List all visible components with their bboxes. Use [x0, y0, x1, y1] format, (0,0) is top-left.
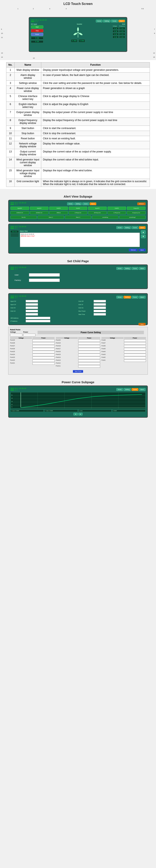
- user-input[interactable]: [29, 273, 60, 277]
- settings-nav-setting[interactable]: Setting: [124, 296, 131, 299]
- settings-nav-alarm[interactable]: Alarm: [139, 296, 146, 299]
- power-curve-nav-curve[interactable]: Curve: [132, 388, 138, 391]
- alert-nav-home[interactable]: Home: [67, 203, 74, 205]
- pc-nav-next[interactable]: ►: [79, 413, 83, 415]
- alert-btn-inputuv[interactable]: InputUV: [30, 207, 49, 210]
- set-child-nav-curve[interactable]: Curve: [132, 267, 138, 270]
- pcs-point-input-point7[interactable]: [124, 342, 146, 345]
- save-button[interactable]: Save: [138, 323, 146, 326]
- lcd-nav-buttons[interactable]: Home Setting Curve Alarm: [96, 20, 125, 22]
- rated-voltage-input[interactable]: [10, 334, 22, 336]
- alert-btn-alarm3[interactable]: Alarm 3: [65, 216, 91, 219]
- alert-detail-nav-curve[interactable]: Curve: [132, 226, 138, 229]
- alert-btn-inputoc[interactable]: InputOC: [88, 207, 107, 210]
- alert-detail-nav-alarm[interactable]: Alarm: [139, 226, 146, 229]
- reset-button[interactable]: Reset: [31, 33, 43, 36]
- grid-ov-input[interactable]: [26, 307, 38, 309]
- alert-detail-nav-buttons[interactable]: Home Setting Curve Alarm: [116, 226, 146, 229]
- alert-btn-dcbusuv[interactable]: DCBUS UV: [30, 211, 49, 214]
- arrow-down-btn[interactable]: ▼: [141, 235, 146, 238]
- pcs-point-input-point27[interactable]: [32, 345, 54, 347]
- alert-btn-aphaseerr[interactable]: A-Phase Err: [69, 211, 88, 214]
- refresh-button[interactable]: Refresh: [129, 249, 138, 251]
- pcs-point-input-point23[interactable]: [32, 356, 54, 359]
- pc-nav-prev[interactable]: ◄: [73, 413, 78, 415]
- rated-power-input[interactable]: [23, 334, 35, 336]
- nav-setting[interactable]: Setting: [103, 20, 111, 22]
- set-child-nav-buttons[interactable]: Home Setting Curve Alarm: [116, 267, 146, 270]
- set-child-nav-alarm[interactable]: Alarm: [139, 267, 146, 270]
- 485-addr-input[interactable]: [26, 317, 50, 319]
- pcs-point-input-point24[interactable]: [32, 354, 54, 356]
- power-curve-nav-buttons[interactable]: Home Setting Curve Alarm: [116, 388, 146, 391]
- alert-nav-alarm[interactable]: Alarm: [90, 203, 96, 205]
- input-uv-input[interactable]: [26, 303, 38, 306]
- alert-btn-inputov[interactable]: InputOV: [10, 207, 29, 210]
- alert-btn-outputoc[interactable]: OutputOC: [127, 207, 146, 210]
- settings-nav-curve[interactable]: Curve: [132, 296, 138, 299]
- pcs-point-input-point16[interactable]: [78, 351, 100, 353]
- start-button[interactable]: Start: [31, 25, 43, 29]
- alert-nav-curve[interactable]: Curve: [82, 203, 89, 205]
- stop-button[interactable]: Stop: [31, 29, 43, 32]
- pcs-point-input-point13[interactable]: [78, 360, 100, 362]
- factory-input[interactable]: [29, 279, 60, 282]
- set-child-nav-setting[interactable]: Setting: [124, 267, 131, 270]
- alert-btn-griduv[interactable]: GridUV: [69, 207, 88, 210]
- pcs-point-input-point3[interactable]: [124, 354, 146, 356]
- alert-btn-fanerr[interactable]: Fan Err: [10, 216, 37, 219]
- alert-btn-something2[interactable]: something2: [119, 216, 146, 219]
- pcs-point-input-point18[interactable]: [78, 345, 100, 347]
- alert-btn-gridoc[interactable]: GridOC: [107, 207, 126, 210]
- pcs-point-input-point29[interactable]: [32, 339, 54, 342]
- sidebar-item-3[interactable]: [10, 235, 19, 237]
- pcs-point-input-point1[interactable]: [124, 360, 146, 362]
- arrow-up-btn[interactable]: ▲: [141, 230, 146, 234]
- pcs-point-input-point15[interactable]: [78, 354, 100, 356]
- pcs-point-input-point5[interactable]: [124, 348, 146, 350]
- pcs-point-input-point20[interactable]: [78, 339, 100, 342]
- pcs-point-input-point26[interactable]: [32, 348, 54, 350]
- pcs-point-input-point22[interactable]: [32, 360, 54, 362]
- pcs-point-input-point28[interactable]: [32, 342, 54, 345]
- nav-home[interactable]: Home: [96, 20, 103, 22]
- pcs-point-input-point14[interactable]: [78, 356, 100, 359]
- power-curve-nav-alarm[interactable]: Alarm: [139, 388, 146, 391]
- pcs-point-input-point8[interactable]: [124, 339, 146, 342]
- pcs-point-input-point12[interactable]: [78, 362, 100, 365]
- alert-btn-gridov[interactable]: GridOV: [49, 207, 68, 210]
- nav-alarm[interactable]: Alarm: [119, 20, 125, 22]
- pcs-point-input-point21[interactable]: [32, 362, 54, 365]
- alert-btn-dcbusov[interactable]: DCBUS OV: [10, 211, 29, 214]
- power-curve-nav-setting[interactable]: Setting: [124, 388, 131, 391]
- pcs-point-input-point4[interactable]: [124, 351, 146, 353]
- start-time-input[interactable]: [94, 313, 106, 315]
- grid-off-input[interactable]: [94, 300, 106, 302]
- alert-nav-setting[interactable]: Setting: [74, 203, 82, 205]
- pcs-point-input-point25[interactable]: [32, 351, 54, 353]
- pcs-point-input-point11[interactable]: [78, 365, 100, 368]
- max-power-input[interactable]: [94, 310, 106, 312]
- input-ov-input[interactable]: [26, 300, 38, 302]
- pcs-point-input-point2[interactable]: [124, 356, 146, 359]
- pcs-point-input-point6[interactable]: [124, 345, 146, 347]
- set-child-nav-home[interactable]: Home: [116, 267, 123, 270]
- empty-input[interactable]: [26, 313, 38, 315]
- alert-btn-something1[interactable]: something: [92, 216, 118, 219]
- alert-detail-nav-home[interactable]: Home: [116, 226, 123, 229]
- alert-btn-alarm2[interactable]: Alarm 2: [37, 216, 64, 219]
- pcs-point-input-point17[interactable]: [78, 348, 100, 350]
- grid-on-input[interactable]: [94, 307, 106, 309]
- grid-uv-input[interactable]: [26, 310, 38, 312]
- settings-nav-buttons[interactable]: Home Setting Curve Alarm: [116, 296, 146, 299]
- alert-nav-buttons[interactable]: Home Setting Curve Alarm: [67, 203, 96, 205]
- pcs-point-input-point19[interactable]: [78, 342, 100, 345]
- sidebar-item-2[interactable]: [10, 234, 19, 235]
- alert-detail-nav-setting[interactable]: Setting: [124, 226, 131, 229]
- nav-curve[interactable]: Curve: [111, 20, 118, 22]
- all-alarm-button[interactable]: AllAlarm: [137, 203, 146, 205]
- alert-btn-freqerr[interactable]: Frequency Err: [127, 211, 146, 214]
- alert-btn-cphaseerr[interactable]: C-Phase Err: [107, 211, 126, 214]
- start-point-button[interactable]: Start Point: [73, 370, 83, 373]
- grid-uf-input[interactable]: [94, 303, 106, 306]
